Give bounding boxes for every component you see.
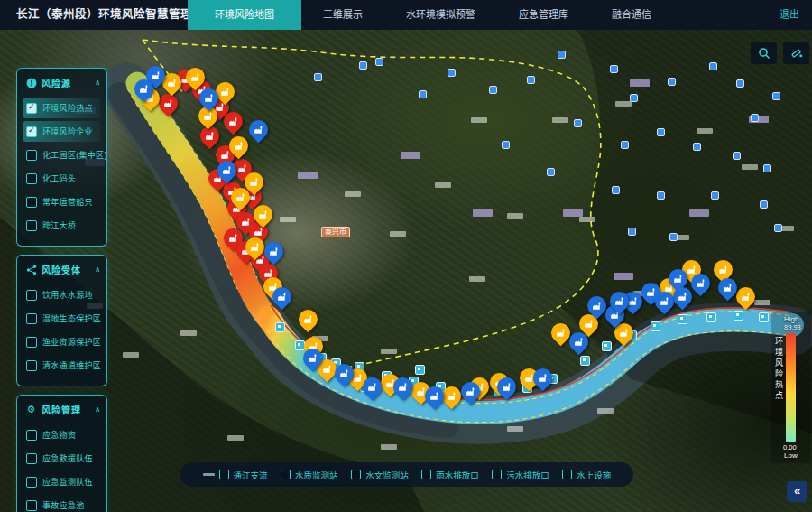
chevron-up-icon[interactable]: ∧	[95, 265, 100, 274]
checkbox[interactable]	[562, 470, 572, 479]
layer-item[interactable]: 常年运营船只	[23, 191, 100, 212]
legend-toggle[interactable]: 水文监测站	[351, 469, 409, 481]
map-poi-icon	[314, 73, 322, 81]
legend-toggle[interactable]: 水质监测站	[281, 469, 338, 481]
checkbox[interactable]	[26, 500, 37, 511]
factory-icon	[446, 390, 457, 402]
checkbox[interactable]	[26, 126, 37, 137]
checkbox[interactable]	[421, 470, 431, 479]
factory-icon	[677, 291, 688, 303]
nav-tab[interactable]: 水环境模拟预警	[384, 0, 497, 30]
checkbox[interactable]	[26, 337, 37, 348]
station-marker[interactable]	[651, 321, 660, 331]
factory-icon	[189, 71, 201, 83]
collapse-panel-button[interactable]: «	[787, 481, 807, 502]
factory-icon	[618, 327, 630, 339]
checkbox[interactable]	[26, 477, 37, 488]
nav-tab[interactable]: 环境风险地图	[188, 0, 301, 30]
top-nav-bar: 长江（泰州段）环境风险智慧管理平台 环境风险地图三维展示水环境模拟预警应急管理库…	[0, 0, 812, 30]
checkbox[interactable]	[26, 197, 37, 208]
station-marker[interactable]	[275, 322, 285, 332]
map-poi-icon	[375, 58, 383, 66]
checkbox[interactable]	[26, 173, 37, 184]
layer-item[interactable]: 化工园区(集中区)	[23, 144, 100, 165]
factory-icon	[249, 241, 261, 253]
factory-icon	[162, 98, 174, 109]
layer-item[interactable]: 渔业资源保护区	[23, 331, 100, 352]
checkbox[interactable]	[26, 220, 37, 231]
checkbox[interactable]	[26, 103, 37, 114]
station-marker[interactable]	[415, 365, 425, 375]
map-poi-icon	[709, 62, 717, 70]
panel-header-risk-source[interactable]: 风险源 ∧	[23, 74, 100, 95]
nav-tab[interactable]: 融合通信	[590, 0, 673, 30]
layer-item[interactable]: 环境风险企业	[23, 121, 100, 142]
checkbox[interactable]	[281, 470, 291, 479]
layer-item[interactable]: 应急救援队伍	[23, 448, 100, 469]
factory-icon	[722, 282, 734, 293]
factory-icon	[338, 368, 350, 379]
layer-item[interactable]: 清水通道维护区	[23, 355, 100, 376]
factory-icon	[591, 300, 603, 312]
layer-item[interactable]: 饮用水水源地	[23, 284, 100, 305]
risk-marker-pin[interactable]	[295, 306, 322, 333]
station-marker[interactable]	[678, 314, 687, 324]
map-poi-icon	[763, 164, 771, 172]
map-poi-icon	[711, 191, 719, 200]
layer-item[interactable]: 湿地生态保护区	[23, 308, 100, 329]
layer-item[interactable]: 跨江大桥	[23, 215, 100, 236]
checkbox[interactable]	[26, 430, 37, 441]
nav-tab[interactable]: 应急管理库	[497, 0, 590, 30]
legend-toggle[interactable]: 雨水排放口	[421, 469, 479, 481]
search-button[interactable]	[751, 42, 777, 64]
factory-icon	[740, 291, 752, 303]
factory-icon	[307, 352, 318, 364]
layer-control-sidebar: 风险源 ∧ 环境风险热点 环境风险企业 化工园区(集中区)	[16, 68, 107, 512]
risk-marker-pin[interactable]	[245, 116, 272, 144]
panel-header-risk-receptor[interactable]: 风险受体 ∧	[23, 261, 100, 282]
gear-icon: ⚙	[25, 404, 37, 415]
chevron-up-icon[interactable]: ∧	[95, 79, 100, 87]
layer-item[interactable]: 化工码头	[23, 168, 100, 189]
station-marker[interactable]	[580, 356, 590, 366]
line-swatch	[203, 473, 215, 476]
layer-item[interactable]: 事故应急池	[23, 495, 100, 512]
measure-button[interactable]	[783, 42, 809, 64]
factory-icon	[614, 295, 625, 307]
map-poi-icon	[774, 224, 782, 232]
station-marker[interactable]	[706, 312, 716, 322]
factory-icon	[555, 327, 567, 339]
factory-icon	[672, 273, 684, 284]
factory-icon	[248, 176, 260, 188]
checkbox[interactable]	[351, 470, 361, 479]
chevron-up-icon[interactable]: ∧	[95, 405, 100, 414]
logout-button[interactable]: 退出	[780, 0, 799, 30]
map-poi-icon	[772, 92, 780, 100]
checkbox[interactable]	[219, 470, 229, 479]
legend-toggle[interactable]: 水上设施	[562, 469, 611, 481]
legend-toggle[interactable]: 通江支流	[203, 469, 268, 481]
checkbox[interactable]	[26, 313, 37, 324]
legend-toggle[interactable]: 污水排放口	[492, 469, 549, 481]
panel-header-risk-management[interactable]: ⚙ 风险管理 ∧	[23, 401, 100, 422]
layer-item[interactable]: 环境风险热点	[23, 98, 100, 118]
factory-icon	[227, 232, 239, 244]
panel-risk-management: ⚙ 风险管理 ∧ 应急物资 应急救援队伍 应急监测队伍	[16, 395, 107, 512]
checkbox[interactable]	[26, 150, 37, 161]
checkbox[interactable]	[26, 360, 37, 371]
factory-icon	[268, 246, 280, 257]
factory-icon	[302, 313, 314, 325]
factory-icon	[204, 130, 216, 142]
station-marker[interactable]	[734, 311, 743, 321]
map-poi-icon	[419, 90, 427, 98]
layer-item[interactable]: 应急物资	[23, 424, 100, 445]
nav-tab[interactable]: 三维展示	[301, 0, 384, 30]
checkbox[interactable]	[26, 453, 37, 464]
station-marker[interactable]	[602, 341, 612, 351]
layer-item[interactable]: 应急监测队伍	[23, 471, 100, 492]
page-title: 长江（泰州段）环境风险智慧管理平台	[0, 0, 188, 30]
station-marker[interactable]	[759, 312, 769, 322]
checkbox[interactable]	[492, 470, 502, 479]
factory-icon	[236, 163, 248, 174]
checkbox[interactable]	[26, 290, 37, 301]
